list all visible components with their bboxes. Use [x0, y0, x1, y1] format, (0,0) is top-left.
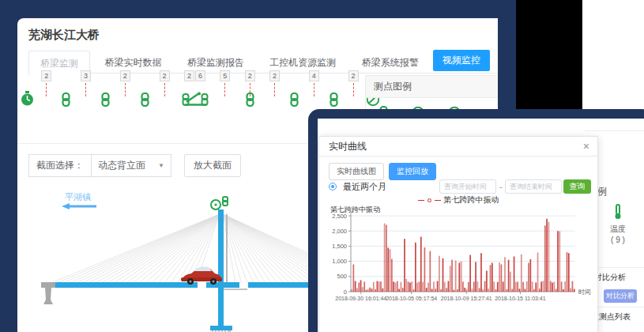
section-select-label: 截面选择：: [28, 154, 91, 177]
legend-label: 第七跨跨中振动: [444, 194, 499, 206]
y-tick-label: 1,500: [332, 243, 347, 250]
sensor-count-badge: 2: [184, 70, 194, 81]
vibration-chart: 第七跨跨中振动05001,0001,5002,0002,5002018-09-3…: [324, 205, 596, 331]
sensor-column: 26: [184, 70, 205, 110]
legend-panel-title: 测点图例: [366, 75, 498, 98]
chain-link-icon[interactable]: [61, 92, 71, 107]
stopwatch-icon[interactable]: [21, 91, 34, 107]
section-select-value: 动态背立面: [98, 159, 145, 172]
y-tick-label: 0: [344, 289, 347, 296]
sensor-column: 2: [269, 70, 280, 110]
tab-realtime-curve[interactable]: 实时曲线图: [329, 163, 384, 180]
temperature-label: 温度: [601, 224, 635, 235]
sensor-column: 2: [245, 70, 255, 110]
video-monitor-button[interactable]: 视频监控: [433, 50, 490, 71]
sensor-column: 2: [348, 70, 359, 110]
time-range-separator: -: [499, 182, 503, 191]
pier-cap: [210, 326, 232, 330]
x-tick-label: 2018-10-09 15:27:41: [441, 296, 492, 301]
tower-top-sensor-icons[interactable]: [211, 197, 228, 209]
chain-link-icon[interactable]: [289, 92, 299, 107]
x-tick-label: 2018-09-30 16:01:44: [335, 296, 386, 301]
sensor-count-badge: 6: [195, 70, 205, 81]
tab-playback[interactable]: 监控回放: [389, 163, 436, 180]
direction-label: 平湖镇: [65, 192, 91, 202]
thermometer-icon: [612, 204, 623, 220]
sensor-column: 2: [160, 70, 170, 110]
sensor-dash-line: [46, 83, 47, 96]
compare-analysis-header: 对比分析: [594, 272, 626, 283]
realtime-curve-dialog: 实时曲线 × 实时曲线图 监控回放 最近两个月 - 查询 第七跨跨中振动: [318, 136, 598, 332]
left-abutment: [41, 282, 55, 304]
y-tick-label: 500: [337, 273, 347, 280]
sensor-dash-line: [164, 83, 165, 96]
sensor-column: 3: [81, 70, 91, 110]
sensor-dash-line: [353, 83, 354, 96]
sensor-count-badge: 4: [309, 70, 319, 81]
car: [181, 266, 222, 285]
sensor-column: 5: [220, 70, 230, 110]
page-title: 芜湖长江大桥: [28, 28, 100, 43]
sensor-count-badge: 2: [348, 70, 359, 81]
sensor-dash-line: [224, 83, 225, 96]
radio-last-two-months[interactable]: [329, 183, 337, 191]
chain-link-icon[interactable]: [329, 92, 339, 107]
sensor-dash-line: [125, 83, 126, 96]
sensor-dash-line: [274, 83, 275, 96]
x-tick-label: 2018-10-05 05:17:54: [386, 296, 437, 301]
legend-marker-circle: [427, 198, 431, 202]
end-time-input[interactable]: [505, 179, 562, 194]
dialog-header: 实时曲线 ×: [319, 137, 597, 157]
sensor-count-badge: 2: [269, 70, 280, 81]
direction-arrow-icon: [62, 203, 96, 209]
chain-link-icon[interactable]: [245, 92, 255, 107]
compare-analysis-button[interactable]: 对比分析: [604, 289, 637, 303]
sensor-count-badge: 2: [120, 70, 130, 81]
radio-label: 最近两个月: [343, 182, 386, 191]
sensor-column: 2: [120, 70, 130, 110]
start-time-input[interactable]: [439, 179, 496, 194]
sensor-dash-line: [85, 83, 86, 96]
temperature-count: ( 9 ): [601, 236, 635, 244]
bridge-tower: [218, 209, 224, 330]
sensor-count-badge: 5: [220, 70, 230, 81]
legend-marker: [418, 200, 424, 201]
popup-browser-window: 测点图例 温度 ( 9 ) 对比分析 对比分析 监测点列表 实时曲线 × 实时曲…: [308, 109, 644, 332]
expansion-bearing-icon[interactable]: [182, 91, 209, 107]
x-axis-title: 时间: [578, 289, 591, 296]
sensor-count-badge: 2: [41, 70, 51, 81]
query-controls: 最近两个月 - 查询: [329, 181, 591, 195]
x-tick-label: 2018-10-15 11:03:41: [495, 296, 546, 301]
panel-divider: [585, 130, 644, 131]
desktop-black-region: [516, 0, 582, 109]
zoom-section-button[interactable]: 放大截面: [184, 154, 241, 177]
sensor-dash-line: [314, 83, 314, 96]
section-select-row: 截面选择： 动态背立面 ▼ 放大截面: [28, 154, 241, 177]
close-icon[interactable]: ×: [583, 139, 589, 153]
sensor-count-badge: 2: [245, 70, 255, 81]
temperature-point[interactable]: 温度 ( 9 ): [601, 204, 635, 244]
chain-link-icon[interactable]: [140, 92, 150, 107]
legend-marker: [435, 200, 441, 201]
query-button[interactable]: 查询: [563, 179, 591, 194]
sensor-count-badge: 3: [81, 70, 91, 81]
dialog-tabs: 实时曲线图 监控回放: [329, 163, 436, 180]
y-tick-label: 1,000: [332, 258, 347, 265]
y-tick-label: 2,500: [332, 213, 347, 220]
chevron-down-icon: ▼: [158, 162, 164, 169]
dialog-title: 实时曲线: [329, 141, 367, 152]
sensor-count-badge: 2: [160, 70, 170, 81]
chart-legend[interactable]: 第七跨跨中振动: [319, 194, 597, 206]
sensor-strip: 23222652242: [27, 70, 373, 110]
section-select-dropdown[interactable]: 动态背立面 ▼: [91, 154, 171, 177]
bridge-deck-left: [47, 282, 198, 288]
desktop-white-region: [582, 0, 644, 111]
sensor-column: 4: [309, 70, 319, 110]
chain-link-icon[interactable]: [100, 92, 111, 107]
sensor-column: 2: [41, 70, 51, 110]
y-tick-label: 2,000: [332, 228, 347, 235]
